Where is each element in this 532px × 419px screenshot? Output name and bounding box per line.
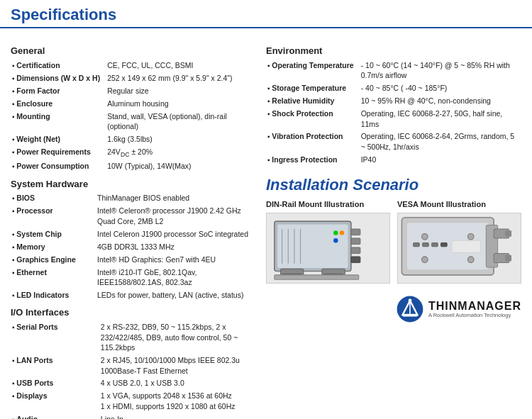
din-rail-image <box>266 213 390 284</box>
svg-point-15 <box>333 230 338 235</box>
table-row: Power Requirements24VDC ± 20% <box>11 145 252 160</box>
svg-rect-32 <box>441 243 448 247</box>
svg-rect-29 <box>414 243 420 247</box>
svg-point-16 <box>340 230 344 235</box>
spec-value: Stand, wall, VESA (optional), din-rail (… <box>106 110 252 133</box>
spec-label: Graphics Engine <box>11 253 96 266</box>
table-row: Ingress ProtectionIP40 <box>266 153 521 166</box>
svg-rect-7 <box>351 238 360 245</box>
spec-value: 10 ~ 95% RH @ 40°C, non-condensing <box>360 94 521 107</box>
svg-point-17 <box>333 238 338 242</box>
spec-value: Operating, IEC 60068-2-64, 2Grms, random… <box>360 130 521 153</box>
spec-label: LED Indicators <box>11 289 96 301</box>
spec-label: Mounting <box>11 110 106 133</box>
installation-title: Installation Scenario <box>266 176 521 194</box>
spec-value: 4 x USB 2.0, 1 x USB 3.0 <box>99 377 252 390</box>
right-column: Environment Operating Temperature- 10 ~ … <box>266 40 521 419</box>
spec-label: Audio <box>11 413 99 419</box>
table-row: EnclosureAluminum housing <box>11 97 252 110</box>
io-interfaces-section-title: I/O Interfaces <box>11 307 252 318</box>
spec-value: 10W (Typical), 14W(Max) <box>106 160 252 173</box>
spec-label: Displays <box>11 390 99 413</box>
svg-rect-30 <box>423 243 429 247</box>
spec-value: Intel Celeron J1900 processor SoC integr… <box>96 228 252 240</box>
spec-label: BIOS <box>11 192 96 205</box>
spec-label: Ingress Protection <box>266 153 360 166</box>
table-row: Storage Temperature- 40 ~ 85°C ( -40 ~ 1… <box>266 82 521 94</box>
thinmanager-brand-sub: A Rockwell Automation Technology <box>428 313 521 318</box>
spec-label: Serial Ports <box>11 320 99 354</box>
table-row: Relative Humidity10 ~ 95% RH @ 40°C, non… <box>266 94 521 107</box>
spec-value: - 10 ~ 60°C (14 ~ 140°F) @ 5 ~ 85% RH wi… <box>360 59 521 82</box>
din-rail-subtitle: DIN-Rail Mount Illustration <box>266 200 390 208</box>
table-row: Displays1 x VGA, supports 2048 x 1536 at… <box>11 390 252 413</box>
table-row: BIOSThinManager BIOS enabled <box>11 192 252 205</box>
table-row: LED IndicatorsLEDs for power, battery, L… <box>11 289 252 301</box>
svg-rect-33 <box>452 240 481 252</box>
table-row: Weight (Net)1.6kg (3.5lbs) <box>11 133 252 145</box>
spec-value: 252 x 149 x 62 mm (9.9" x 5.9" x 2.4") <box>106 72 252 84</box>
vesa-subtitle: VESA Mount Illustration <box>397 200 521 208</box>
svg-rect-28 <box>505 255 511 262</box>
spec-value: CE, FCC, UL, CCC, BSMI <box>106 59 252 72</box>
left-column: General CertificationCE, FCC, UL, CCC, B… <box>11 40 252 419</box>
svg-rect-6 <box>351 229 360 235</box>
spec-label: System Chip <box>11 228 96 240</box>
general-table: CertificationCE, FCC, UL, CCC, BSMIDimen… <box>11 59 252 173</box>
table-row: Operating Temperature- 10 ~ 60°C (14 ~ 1… <box>266 59 521 82</box>
spec-label: Weight (Net) <box>11 133 106 145</box>
system-hardware-table: BIOSThinManager BIOS enabledProcessorInt… <box>11 192 252 302</box>
svg-point-22 <box>422 257 428 263</box>
environment-table: Operating Temperature- 10 ~ 60°C (14 ~ 1… <box>266 59 521 166</box>
table-row: Dimensions (W x D x H)252 x 149 x 62 mm … <box>11 72 252 84</box>
spec-label: Processor <box>11 205 96 228</box>
spec-value: LEDs for power, battery, LAN (active, st… <box>96 289 252 301</box>
spec-value: Intel® i210-IT GbE, 802.1Qav, IEEE1588/8… <box>96 266 252 289</box>
spec-label: Certification <box>11 59 106 72</box>
svg-rect-31 <box>432 243 438 247</box>
spec-label: Shock Protection <box>266 107 360 130</box>
spec-label: Vibration Protection <box>266 130 360 153</box>
spec-label: Enclosure <box>11 97 106 110</box>
vesa-mount-image <box>397 213 521 284</box>
thinmanager-text-block: THINMANAGER A Rockwell Automation Techno… <box>428 300 521 318</box>
spec-value: 4GB DDR3L 1333 MHz <box>96 240 252 253</box>
spec-value: 1.6kg (3.5lbs) <box>106 133 252 145</box>
svg-point-21 <box>467 234 474 240</box>
table-row: Serial Ports2 x RS-232, DB9, 50 ~ 115.2k… <box>11 320 252 354</box>
spec-value: Regular size <box>106 84 252 97</box>
spec-label: LAN Ports <box>11 354 99 377</box>
spec-label: Operating Temperature <box>266 59 360 82</box>
spec-label: Memory <box>11 240 96 253</box>
spec-label: Form Factor <box>11 84 106 97</box>
spec-value: - 40 ~ 85°C ( -40 ~ 185°F) <box>360 82 521 94</box>
page-title: Specifications <box>0 0 532 28</box>
thinmanager-logo: THINMANAGER A Rockwell Automation Techno… <box>266 295 521 323</box>
spec-value: 2 x RS-232, DB9, 50 ~ 115.2kbps, 2 x 232… <box>99 320 252 354</box>
svg-point-20 <box>422 234 428 240</box>
io-interfaces-table: Serial Ports2 x RS-232, DB9, 50 ~ 115.2k… <box>11 320 252 419</box>
table-row: USB Ports4 x USB 2.0, 1 x USB 3.0 <box>11 377 252 390</box>
spec-value: 24VDC ± 20% <box>106 145 252 160</box>
table-row: Form FactorRegular size <box>11 84 252 97</box>
install-images <box>266 213 521 284</box>
svg-rect-38 <box>403 315 418 316</box>
spec-value: Operating, IEC 60068-2-27, 50G, half sin… <box>360 107 521 130</box>
table-row: Power Consumption10W (Typical), 14W(Max) <box>11 160 252 173</box>
table-row: ProcessorIntel® Celeron® processor J1900… <box>11 205 252 228</box>
table-row: Graphics EngineIntel® HD Graphics: Gen7 … <box>11 253 252 266</box>
spec-label: Power Requirements <box>11 145 106 160</box>
spec-value: Intel® Celeron® processor J1900 2.42 GHz… <box>96 205 252 228</box>
svg-rect-27 <box>505 230 511 237</box>
table-row: Shock ProtectionOperating, IEC 60068-2-2… <box>266 107 521 130</box>
table-row: LAN Ports2 x RJ45, 10/100/1000 Mbps IEEE… <box>11 354 252 377</box>
svg-rect-8 <box>351 247 360 254</box>
spec-label: Storage Temperature <box>266 82 360 94</box>
system-hardware-section-title: System Hardware <box>11 179 252 189</box>
spec-value: IP40 <box>360 153 521 166</box>
thinmanager-brand-name: THINMANAGER <box>428 300 521 313</box>
spec-value: 2 x RJ45, 10/100/1000 Mbps IEEE 802.3u 1… <box>99 354 252 377</box>
svg-rect-14 <box>275 275 359 279</box>
spec-label: USB Ports <box>11 377 99 390</box>
general-section-title: General <box>11 45 252 56</box>
